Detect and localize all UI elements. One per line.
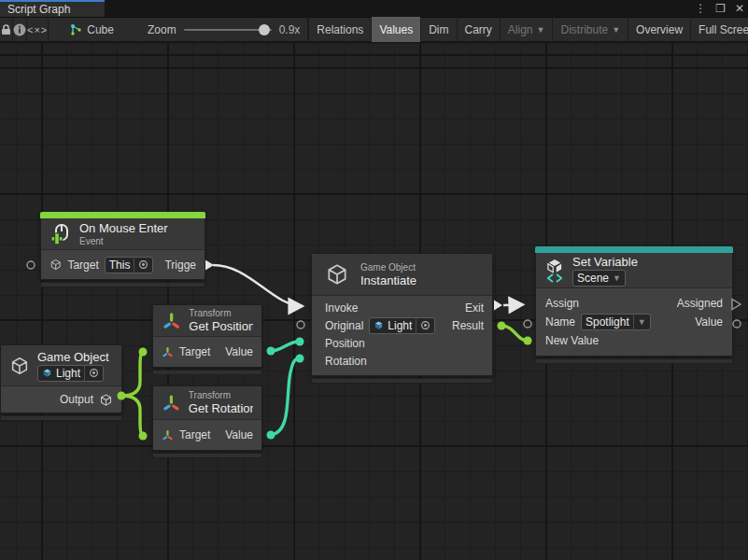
- node-category: Transform: [189, 390, 253, 400]
- port-label-position: Position: [325, 337, 365, 350]
- object-picker-icon[interactable]: [416, 317, 430, 334]
- node-footer: [152, 453, 262, 458]
- original-value-chip[interactable]: Light: [369, 317, 435, 334]
- port-mouseenter-target-in[interactable]: [27, 261, 35, 269]
- wire-output-getrotation: [121, 396, 143, 436]
- toolbar-button-distribute[interactable]: Distribute ▼: [552, 17, 628, 42]
- mouse-event-icon: [49, 223, 72, 245]
- port-label-value: Value: [695, 315, 723, 329]
- port-exit-out[interactable]: [494, 301, 502, 311]
- node-instantiate[interactable]: Game Object Instantiate Invoke Exit Orig…: [311, 253, 493, 376]
- toolbar-button-relations[interactable]: Relations: [308, 17, 371, 42]
- unity-object-icon: [374, 320, 384, 330]
- target-value-chip[interactable]: This: [105, 257, 154, 273]
- info-icon: [13, 23, 26, 36]
- unity-logo-icon: [544, 259, 565, 273]
- graph-owner-label: Cube: [87, 23, 114, 36]
- close-icon[interactable]: ✕: [735, 0, 744, 17]
- node-get-position[interactable]: Transform Get Position Target Value: [152, 304, 262, 368]
- port-trigger-out[interactable]: [205, 260, 214, 271]
- port-label-exit: Exit: [465, 301, 484, 315]
- node-title: Get Rotation: [189, 401, 253, 415]
- port-result-out[interactable]: [498, 322, 506, 330]
- node-title: Instantiate: [360, 273, 416, 287]
- variable-scope-dropdown[interactable]: Scene ▼: [572, 270, 626, 287]
- unity-object-icon: [42, 368, 52, 378]
- game-object-icon: [9, 356, 30, 376]
- port-label-target: Target: [67, 259, 98, 272]
- port-label-value: Value: [225, 345, 253, 358]
- node-subtitle: Event: [79, 236, 168, 246]
- node-get-rotation[interactable]: Transform Get Rotation Target Value: [152, 385, 262, 451]
- object-value-chip[interactable]: Light: [37, 365, 104, 382]
- tab-label: Script Graph: [7, 3, 70, 16]
- toolbar-button-dim[interactable]: Dim: [420, 17, 456, 42]
- code-preview-button[interactable]: <×>: [27, 17, 48, 42]
- port-label-output: Output: [60, 393, 93, 406]
- node-set-variable[interactable]: Set Variable Scene ▼ Assign Assigned Nam…: [535, 246, 733, 357]
- toolbar-button-values[interactable]: Values: [371, 17, 420, 42]
- node-title: Game Object: [37, 350, 109, 364]
- node-footer: [311, 378, 493, 384]
- wire-result-newvalue: [501, 326, 528, 341]
- node-game-object-literal[interactable]: Game Object Light Outpu: [0, 344, 122, 413]
- port-label-target: Target: [179, 345, 210, 358]
- port-getposition-target-in[interactable]: [139, 348, 148, 357]
- toolbar-button-align[interactable]: Align ▼: [500, 17, 553, 42]
- tab-script-graph[interactable]: Script Graph: [0, 0, 105, 17]
- game-object-icon: [325, 262, 349, 287]
- port-assigned-out[interactable]: [732, 300, 741, 310]
- node-category: Game Object: [360, 262, 416, 273]
- variable-brackets-icon: [546, 273, 563, 283]
- zoom-slider-handle[interactable]: [259, 24, 270, 35]
- port-label-new-value: New Value: [545, 334, 599, 347]
- wire-getrotation-rotation: [271, 358, 300, 435]
- port-label-result: Result: [452, 319, 484, 332]
- toolbar-button-carry[interactable]: Carry: [457, 17, 500, 42]
- port-label-assign: Assign: [545, 297, 579, 310]
- port-getrotation-value-out[interactable]: [267, 431, 275, 440]
- game-object-icon: [99, 393, 113, 407]
- chevron-down-icon[interactable]: ▼: [633, 314, 646, 330]
- variable-name-dropdown[interactable]: Spotlight ▼: [581, 314, 651, 330]
- port-label-target: Target: [179, 428, 210, 441]
- port-newvalue-in[interactable]: [524, 337, 532, 345]
- port-rotation-in[interactable]: [296, 355, 304, 363]
- zoom-slider[interactable]: [184, 23, 272, 36]
- port-getrotation-target-in[interactable]: [139, 432, 148, 441]
- port-position-in[interactable]: [296, 338, 304, 346]
- port-label-assigned: Assigned: [677, 297, 723, 310]
- wire-trigger-invoke: [213, 265, 303, 306]
- chevron-down-icon: ▼: [613, 273, 621, 283]
- wire-output-getposition: [121, 352, 143, 396]
- transform-icon: [162, 311, 181, 331]
- lock-icon: [0, 23, 12, 35]
- transform-icon: [162, 393, 181, 413]
- zoom-control: Zoom 0.9x: [123, 23, 307, 36]
- port-getposition-value-out[interactable]: [267, 347, 275, 356]
- node-title: Set Variable: [572, 255, 638, 269]
- node-on-mouse-enter[interactable]: On Mouse Enter Event Target This Trigger: [40, 212, 205, 280]
- chevron-down-icon: ▼: [612, 25, 620, 35]
- node-footer: [535, 358, 733, 364]
- port-label-trigger: Trigger: [164, 259, 196, 272]
- port-original-in[interactable]: [297, 321, 304, 329]
- game-object-icon: [49, 258, 62, 272]
- port-label-name: Name: [545, 315, 575, 329]
- object-picker-icon[interactable]: [84, 365, 99, 382]
- transform-icon: [162, 346, 174, 358]
- toolbar-button-fullscreen[interactable]: Full Screen: [690, 17, 748, 42]
- graph-owner-breadcrumb[interactable]: Cube: [49, 23, 123, 36]
- tab-bar: Script Graph ⋮ ❒ ✕: [0, 0, 748, 17]
- graph-canvas[interactable]: On Mouse Enter Event Target This Trigger: [0, 43, 748, 560]
- port-name-in[interactable]: [524, 320, 531, 328]
- script-graph-window: Script Graph ⋮ ❒ ✕ <×>: [0, 0, 748, 560]
- window-menu-icon[interactable]: ⋮: [695, 0, 706, 17]
- info-button[interactable]: [13, 17, 26, 42]
- object-picker-icon[interactable]: [134, 257, 148, 273]
- lock-button[interactable]: [0, 17, 12, 42]
- toolbar-button-overview[interactable]: Overview: [628, 17, 690, 42]
- maximize-icon[interactable]: ❒: [715, 0, 726, 17]
- port-value-out[interactable]: [733, 320, 741, 328]
- zoom-value: 0.9x: [279, 23, 301, 36]
